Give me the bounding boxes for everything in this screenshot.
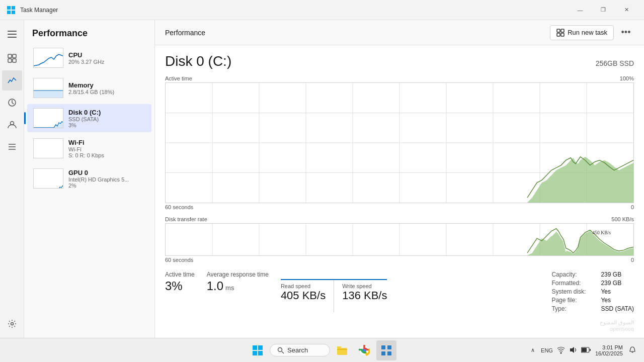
disk0-device-item[interactable]: Disk 0 (C:) SSD (SATA) 3% <box>27 104 151 132</box>
capacity-value: 239 GB <box>601 271 621 278</box>
date: 16/02/2025 <box>595 350 623 356</box>
menu-toggle-button[interactable] <box>2 24 22 44</box>
gpu0-name: GPU 0 <box>68 169 129 176</box>
close-button[interactable]: ✕ <box>615 0 638 20</box>
wifi-stats: S: 0 R: 0 Kbps <box>68 152 104 158</box>
read-speed-block: Read speed 405 KB/s <box>281 280 334 312</box>
page-title: Performance <box>165 29 205 37</box>
write-speed-label: Write speed <box>342 283 387 289</box>
wifi-name: Wi-Fi <box>68 139 104 146</box>
start-button[interactable] <box>248 340 268 360</box>
active-time-stat: Active time 3% <box>165 271 195 312</box>
avg-response-unit: ms <box>225 284 234 292</box>
svg-rect-48 <box>258 345 263 350</box>
taskmanager-taskbar-button[interactable] <box>376 340 396 360</box>
disk-spec: 256GB SSD <box>596 59 634 67</box>
performance-nav-button[interactable] <box>2 70 22 90</box>
more-options-button[interactable]: ••• <box>618 25 634 41</box>
svg-rect-9 <box>8 59 12 62</box>
battery-icon <box>581 346 591 355</box>
wifi-type: Wi-Fi <box>68 146 104 152</box>
type-value: SSD (SATA) <box>601 305 634 312</box>
svg-rect-53 <box>337 348 347 355</box>
svg-marker-45 <box>527 231 633 255</box>
svg-rect-10 <box>13 59 16 62</box>
chevron-up-button[interactable]: ∧ <box>529 345 537 355</box>
memory-device-item[interactable]: Memory 2.8/15.4 GB (18%) <box>27 74 151 102</box>
svg-rect-6 <box>8 37 17 38</box>
write-speed-value: 136 KB/s <box>342 289 387 302</box>
capacity-label: Capacity: <box>551 271 597 278</box>
volume-icon[interactable] <box>569 346 577 355</box>
users-nav-button[interactable] <box>2 115 22 135</box>
taskbar-center: Search <box>248 340 396 360</box>
disk0-thumbnail <box>33 108 63 128</box>
svg-marker-62 <box>570 347 574 353</box>
formatted-label: Formatted: <box>551 280 597 287</box>
window-title: Task Manager <box>20 7 569 14</box>
active-time-zero: 0 <box>631 204 634 210</box>
lang-indicator: ENG <box>541 347 553 353</box>
svg-point-51 <box>278 347 282 351</box>
disk-title-row: Disk 0 (C:) 256GB SSD <box>165 53 634 69</box>
chrome-icon <box>359 345 370 356</box>
svg-text:450 KB/s: 450 KB/s <box>593 230 611 235</box>
transfer-bottom-row: 60 seconds 0 <box>165 257 634 263</box>
svg-rect-64 <box>582 348 587 352</box>
cpu-device-item[interactable]: CPU 20% 3.27 GHz <box>27 44 151 72</box>
gpu0-usage: 2% <box>68 183 129 189</box>
transfer-rate-svg: 450 KB/s <box>166 224 633 255</box>
maximize-button[interactable]: ❐ <box>592 0 615 20</box>
avg-response-label: Average response time <box>207 271 269 278</box>
app-body: Performance CPU 20% 3.27 GHz M <box>0 20 644 338</box>
time-display[interactable]: 3:01 PM 16/02/2025 <box>595 344 623 356</box>
apphistory-nav-button[interactable] <box>2 93 22 113</box>
systemdisk-value: Yes <box>601 288 611 295</box>
pagefile-value: Yes <box>601 297 611 304</box>
left-panel: Performance CPU 20% 3.27 GHz M <box>24 20 155 338</box>
svg-marker-35 <box>527 157 633 203</box>
disk0-name: Disk 0 (C:) <box>68 109 101 116</box>
search-bar[interactable]: Search <box>270 344 330 356</box>
network-icon[interactable] <box>557 346 565 355</box>
window-controls: — ❐ ✕ <box>569 0 638 20</box>
title-bar: Task Manager — ❐ ✕ <box>0 0 644 20</box>
memory-thumbnail <box>33 78 63 98</box>
wifi-device-item[interactable]: Wi-Fi Wi-Fi S: 0 R: 0 Kbps <box>27 134 151 162</box>
memory-stats: 2.8/15.4 GB (18%) <box>68 89 114 95</box>
active-time-chart <box>165 82 634 203</box>
notification-button[interactable] <box>627 344 638 356</box>
file-explorer-button[interactable] <box>332 340 352 360</box>
svg-rect-20 <box>561 29 564 32</box>
transfer-rate-label: Disk transfer rate <box>165 216 207 222</box>
svg-rect-5 <box>8 34 17 35</box>
processes-nav-button[interactable] <box>2 48 22 68</box>
avg-response-stat: Average response time 1.0 ms <box>207 271 269 312</box>
svg-point-61 <box>560 352 561 353</box>
svg-rect-7 <box>8 54 12 58</box>
cpu-stats: 20% 3.27 GHz <box>68 59 105 65</box>
disk-details: Capacity: 239 GB Formatted: 239 GB Syste… <box>551 271 634 312</box>
active-time-bottom-row: 60 seconds 0 <box>165 204 634 210</box>
avg-response-value: 1.0 <box>207 279 223 293</box>
run-new-task-button[interactable]: Run new task <box>550 25 614 40</box>
main-content: Performance Run new task ••• Disk 0 ( <box>155 20 644 338</box>
transfer-zero: 0 <box>631 257 634 263</box>
details-nav-button[interactable] <box>2 137 22 157</box>
svg-rect-21 <box>557 33 560 36</box>
svg-rect-57 <box>381 345 385 349</box>
settings-nav-button[interactable] <box>2 314 22 334</box>
svg-rect-54 <box>337 346 341 349</box>
gpu0-device-item[interactable]: GPU 0 Intel(R) HD Graphics 5... 2% <box>27 164 151 193</box>
memory-name: Memory <box>68 81 114 89</box>
svg-rect-49 <box>253 351 257 355</box>
svg-rect-3 <box>12 11 15 14</box>
taskbar-right: ∧ ENG 3:01 PM 16/02/2025 <box>529 344 638 356</box>
svg-rect-0 <box>7 6 11 10</box>
minimize-button[interactable]: — <box>569 0 592 20</box>
time: 3:01 PM <box>602 344 623 350</box>
chrome-button[interactable] <box>354 340 374 360</box>
wifi-thumbnail <box>33 138 63 158</box>
search-label: Search <box>287 346 308 354</box>
formatted-value: 239 GB <box>601 280 621 287</box>
